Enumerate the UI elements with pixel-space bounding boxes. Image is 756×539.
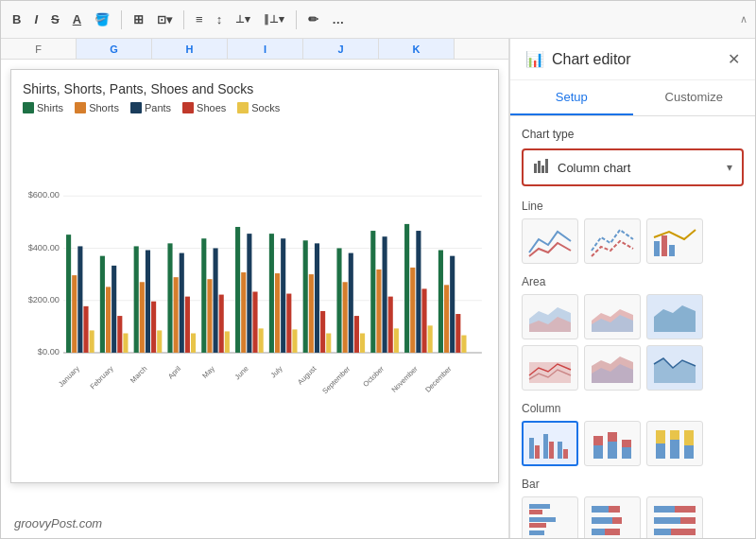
editor-content: Chart type Column chart ▾ Line: [510, 116, 755, 539]
legend-label-shirts: Shirts: [37, 102, 63, 113]
svg-rect-79: [461, 336, 466, 353]
svg-rect-85: [654, 241, 660, 256]
svg-rect-21: [134, 246, 139, 353]
svg-rect-122: [592, 517, 612, 524]
svg-rect-70: [410, 268, 415, 353]
svg-rect-35: [214, 248, 218, 352]
column-chart-stacked[interactable]: [584, 421, 641, 466]
svg-text:September: September: [320, 364, 352, 395]
strikethrough-icon[interactable]: S: [47, 10, 63, 28]
chart-editor-panel: 📊 Chart editor ✕ Setup Customize Chart t…: [509, 39, 755, 539]
svg-rect-52: [309, 274, 314, 353]
svg-rect-63: [370, 231, 375, 353]
svg-rect-60: [354, 316, 359, 353]
column-type-grid: [522, 421, 744, 466]
category-line: Line: [522, 200, 744, 264]
align-vertical-icon[interactable]: ↕: [213, 10, 227, 28]
svg-rect-24: [151, 302, 156, 353]
svg-rect-18: [117, 316, 122, 353]
collapse-icon[interactable]: ∧: [740, 13, 747, 26]
more-icon[interactable]: …: [328, 10, 348, 28]
svg-rect-22: [140, 282, 145, 353]
italic-icon[interactable]: I: [30, 10, 42, 28]
svg-rect-78: [455, 314, 460, 353]
close-icon[interactable]: ✕: [728, 50, 740, 68]
line-bar-chart[interactable]: [646, 218, 703, 264]
svg-rect-104: [593, 436, 603, 445]
svg-rect-54: [320, 311, 325, 353]
tab-setup[interactable]: Setup: [510, 80, 633, 115]
sheet-content: Shirts, Shorts, Pants, Shoes and Socks S…: [1, 60, 508, 539]
svg-rect-28: [174, 277, 179, 353]
chart-container[interactable]: Shirts, Shorts, Pants, Shoes and Socks S…: [10, 69, 499, 483]
svg-rect-53: [315, 243, 319, 353]
svg-rect-82: [538, 161, 541, 173]
toolbar: B I S A 🪣 ⊞ ⊡▾ ≡ ↕ ⊥▾ ∥⊥▾ ✏ … ∧: [1, 1, 755, 39]
align-left-icon[interactable]: ≡: [192, 10, 207, 28]
area-chart-3[interactable]: [646, 294, 703, 339]
column-chart-100[interactable]: [646, 421, 703, 466]
legend-color-socks: [237, 102, 249, 113]
col-header-h: H: [152, 39, 228, 59]
svg-rect-16: [106, 287, 111, 353]
svg-rect-33: [201, 238, 206, 353]
area-chart-4[interactable]: [522, 345, 578, 391]
svg-rect-98: [535, 445, 540, 459]
svg-rect-115: [529, 504, 550, 509]
merge-icon[interactable]: ⊡▾: [153, 11, 176, 28]
insert-function-icon[interactable]: ✏: [304, 10, 322, 28]
line-chart-1[interactable]: [522, 218, 578, 264]
svg-rect-107: [622, 447, 631, 459]
svg-rect-77: [450, 256, 455, 353]
svg-text:$0.00: $0.00: [38, 347, 60, 356]
legend-pants: Pants: [130, 102, 171, 113]
column-chart-icon: [533, 158, 550, 177]
bar-chart-100[interactable]: [646, 496, 703, 539]
bar-chart-grouped[interactable]: [522, 496, 578, 539]
area-chart-2[interactable]: [584, 294, 641, 339]
fill-color-icon[interactable]: 🪣: [91, 10, 113, 28]
category-line-label: Line: [522, 200, 744, 213]
chart-svg-wrapper: $600.00 $400.00 $200.00 $0.00: [23, 121, 487, 462]
borders-icon[interactable]: ⊞: [129, 10, 147, 28]
legend-label-pants: Pants: [145, 102, 171, 113]
svg-rect-113: [684, 445, 694, 459]
area-chart-5[interactable]: [584, 345, 641, 391]
svg-rect-73: [428, 325, 433, 353]
svg-rect-75: [438, 251, 443, 353]
svg-rect-61: [360, 333, 365, 352]
svg-rect-109: [656, 443, 665, 459]
svg-rect-123: [612, 517, 622, 524]
svg-rect-31: [191, 333, 196, 352]
svg-rect-87: [669, 245, 675, 256]
svg-rect-13: [90, 330, 94, 353]
line-chart-2[interactable]: [584, 218, 641, 264]
svg-rect-110: [656, 430, 665, 443]
svg-text:April: April: [166, 364, 182, 380]
area-chart-1[interactable]: [522, 294, 578, 339]
svg-rect-117: [529, 517, 556, 522]
line-type-grid: [522, 218, 744, 264]
svg-rect-131: [671, 529, 696, 535]
column-chart-grouped[interactable]: [522, 421, 578, 466]
svg-rect-47: [281, 238, 285, 353]
bar-chart-stacked[interactable]: [584, 496, 641, 539]
wrap-icon[interactable]: ⊥▾: [232, 11, 254, 27]
tab-customize[interactable]: Customize: [633, 80, 756, 115]
svg-text:$400.00: $400.00: [28, 243, 60, 252]
rotate-icon[interactable]: ∥⊥▾: [260, 11, 288, 27]
svg-rect-130: [654, 529, 671, 535]
chart-type-selector[interactable]: Column chart ▾: [522, 148, 744, 186]
svg-rect-99: [543, 434, 548, 459]
font-color-icon[interactable]: A: [69, 10, 85, 28]
bold-icon[interactable]: B: [9, 10, 25, 28]
svg-rect-11: [77, 246, 82, 353]
editor-tabs: Setup Customize: [510, 80, 755, 116]
area-chart-6[interactable]: [646, 345, 703, 391]
svg-rect-101: [558, 442, 562, 459]
legend-shorts: Shorts: [75, 102, 119, 113]
col-header-i: I: [228, 39, 303, 59]
svg-rect-119: [529, 530, 544, 535]
svg-rect-83: [541, 165, 544, 173]
svg-rect-100: [549, 442, 554, 459]
